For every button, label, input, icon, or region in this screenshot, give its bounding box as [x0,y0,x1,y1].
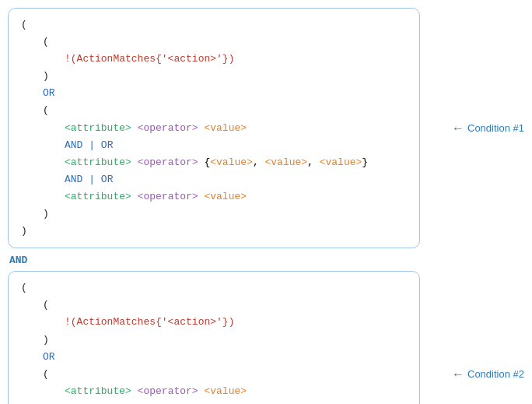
condition-1-box: ( ( !(ActionMatches{'<action>'}) ) OR ( … [8,8,420,248]
line-c2-7: <attribute> <operator> <value> [21,383,407,400]
line-c1-8: AND | OR [21,137,407,154]
line-c2-8: AND | OR [21,400,407,404]
line-c1-3: !(ActionMatches{'<action>'}) [21,51,407,68]
condition-1-wrapper: ( ( !(ActionMatches{'<action>'}) ) OR ( … [8,8,524,248]
condition-2-text: Condition #2 [467,368,524,380]
line-c2-5: OR [21,349,407,366]
condition-1-text: Condition #1 [467,122,524,134]
line-c1-13: ) [21,223,407,240]
condition-2-arrow: ← [452,367,464,381]
line-c2-4: ) [21,332,407,349]
condition-1-label: ← Condition #1 [452,121,524,135]
line-c1-12: ) [21,206,407,223]
line-c1-5: OR [21,85,407,102]
line-c1-11: <attribute> <operator> <value> [21,188,407,206]
line-c1-1: ( [21,16,407,33]
line-c2-1: ( [21,279,407,297]
condition-2-wrapper: ( ( !(ActionMatches{'<action>'}) ) OR ( … [8,271,524,404]
line-c1-6: ( [21,102,407,119]
line-c1-10: AND | OR [21,171,407,188]
line-c1-2: ( [21,33,407,51]
condition-2-label: ← Condition #2 [452,367,524,381]
line-c1-7: <attribute> <operator> <value> [21,120,407,137]
line-c2-2: ( [21,297,407,314]
line-c1-9: <attribute> <operator> {<value>, <value>… [21,154,407,171]
line-c2-3: !(ActionMatches{'<action>'}) [21,314,407,331]
and-separator: AND [8,255,524,266]
line-c2-6: ( [21,366,407,383]
line-c1-4: ) [21,68,407,85]
condition-1-arrow: ← [452,121,464,135]
condition-2-box: ( ( !(ActionMatches{'<action>'}) ) OR ( … [8,271,420,404]
